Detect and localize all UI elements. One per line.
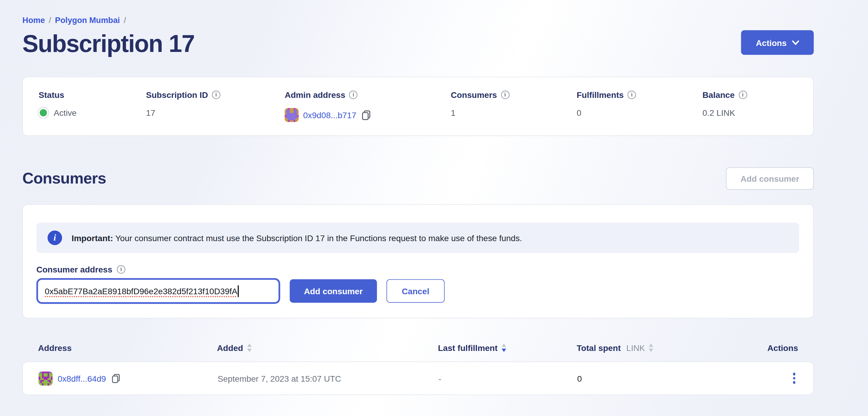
text-caret (238, 285, 239, 297)
consumer-address-label: Consumer address i (36, 265, 799, 274)
status-value: Active (54, 108, 77, 118)
info-filled-icon: i (48, 231, 62, 245)
consumers-count-value: 1 (451, 108, 456, 118)
summary-field-fulfillments: Fulfillmentsi 0 (577, 90, 703, 136)
add-consumer-submit-button[interactable]: Add consumer (290, 279, 377, 303)
important-info-banner: i Important: Your consumer contract must… (36, 222, 799, 253)
consumer-address-label-text: Consumer address (36, 265, 113, 274)
copy-icon[interactable] (112, 374, 121, 383)
page-header: Home / Polygon Mumbai / Subscription 17 … (22, 16, 814, 58)
title-block: Home / Polygon Mumbai / Subscription 17 (22, 16, 194, 58)
column-header-added[interactable]: Added (217, 343, 438, 352)
total-spent-cell: 0 (577, 374, 723, 383)
field-label: Admin address (285, 90, 345, 100)
info-icon[interactable]: i (628, 91, 636, 99)
page-title: Subscription 17 (22, 30, 194, 58)
added-date-cell: September 7, 2023 at 15:07 UTC (217, 374, 438, 383)
info-icon[interactable]: i (349, 91, 358, 99)
info-icon[interactable]: i (501, 91, 509, 99)
column-header-actions: Actions (767, 343, 798, 352)
consumer-address-link[interactable]: 0x8dff...64d9 (58, 374, 106, 383)
sort-arrows-icon[interactable] (247, 344, 251, 352)
info-icon[interactable]: i (117, 265, 125, 274)
field-label: Balance (703, 90, 735, 100)
consumers-table-header: Address Added Last fulfillment Total spe… (22, 343, 814, 352)
summary-field-status: Status Active (38, 90, 146, 136)
summary-field-subscription-id: Subscription IDi 17 (146, 90, 285, 136)
banner-prefix: Important: (71, 233, 113, 243)
add-consumer-card: i Important: Your consumer contract must… (22, 204, 814, 319)
consumers-table: 0x8dff...64d9 September 7, 2023 at 15:07… (22, 361, 814, 395)
consumer-address-cell: 0x8dff...64d9 (38, 371, 217, 385)
sort-arrows-icon[interactable] (501, 344, 506, 352)
subscription-page: Home / Polygon Mumbai / Subscription 17 … (0, 0, 814, 395)
table-row: 0x8dff...64d9 September 7, 2023 at 15:07… (23, 362, 813, 394)
total-spent-unit-label: LINK (626, 343, 645, 352)
info-icon[interactable]: i (212, 91, 220, 99)
consumer-address-input-value: 0x5abE77Ba2aE8918bfD96e2e382d5f213f10D39… (45, 286, 238, 296)
cancel-button[interactable]: Cancel (386, 279, 445, 303)
summary-field-balance: Balancei 0.2 LINK (703, 90, 813, 136)
consumers-section-title: Consumers (22, 170, 106, 187)
copy-icon[interactable] (362, 110, 371, 120)
banner-body: Your consumer contract must use the Subs… (113, 233, 522, 243)
actions-button-label: Actions (756, 38, 786, 48)
field-label: Status (38, 90, 64, 100)
field-label: Fulfillments (577, 90, 624, 100)
add-consumer-form: 0x5abE77Ba2aE8918bfD96e2e382d5f213f10D39… (36, 278, 799, 304)
balance-value: 0.2 LINK (703, 108, 735, 118)
column-header-address: Address (38, 343, 217, 352)
info-icon[interactable]: i (739, 91, 747, 99)
app-background: Home / Polygon Mumbai / Subscription 17 … (0, 0, 868, 416)
admin-address-avatar (285, 108, 299, 122)
consumer-address-input[interactable]: 0x5abE77Ba2aE8918bfD96e2e382d5f213f10D39… (36, 278, 280, 304)
sort-arrows-icon[interactable] (649, 344, 653, 352)
field-label: Subscription ID (146, 90, 208, 100)
add-consumer-button-disabled[interactable]: Add consumer (726, 168, 814, 190)
chevron-down-icon (792, 40, 799, 45)
consumers-section-header: Consumers Add consumer (22, 168, 814, 190)
breadcrumb-network-link[interactable]: Polygon Mumbai (55, 16, 120, 25)
breadcrumb-separator: / (49, 16, 51, 25)
breadcrumb-separator: / (124, 16, 126, 25)
field-label: Consumers (451, 90, 497, 100)
admin-address-link[interactable]: 0x9d08...b717 (303, 110, 356, 120)
breadcrumb: Home / Polygon Mumbai / (22, 16, 194, 25)
kebab-menu-icon[interactable] (790, 370, 797, 386)
summary-field-admin-address: Admin addressi 0x9d08...b717 (285, 90, 451, 136)
column-header-total-spent[interactable]: Total spent LINK (577, 343, 722, 352)
fulfillments-count-value: 0 (577, 108, 581, 118)
actions-dropdown-button[interactable]: Actions (741, 30, 814, 55)
subscription-id-value: 17 (146, 108, 155, 118)
last-fulfillment-cell: - (438, 374, 577, 383)
consumer-address-avatar (38, 371, 53, 385)
column-header-last-fulfillment[interactable]: Last fulfillment (438, 343, 577, 352)
subscription-summary-card: Status Active Subscription IDi 17 Admin … (22, 77, 814, 136)
status-active-dot (40, 109, 47, 116)
breadcrumb-home-link[interactable]: Home (22, 16, 45, 25)
summary-field-consumers: Consumersi 1 (451, 90, 577, 136)
banner-text: Important: Your consumer contract must u… (71, 233, 522, 243)
